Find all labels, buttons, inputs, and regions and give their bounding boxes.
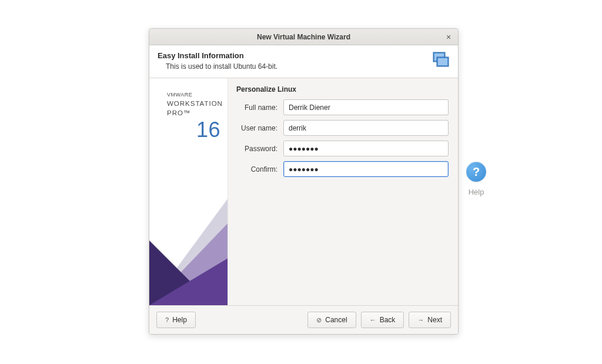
dialog-header: Easy Install Information This is used to… xyxy=(149,45,458,78)
password-row: Password: xyxy=(236,141,449,156)
vm-monitors-icon xyxy=(431,51,450,70)
full-name-row: Full name: xyxy=(236,99,449,115)
new-vm-wizard-dialog: New Virtual Machine Wizard × Easy Instal… xyxy=(149,28,459,335)
confirm-input[interactable] xyxy=(283,161,449,177)
full-name-input[interactable] xyxy=(283,99,449,115)
arrow-left-icon: ← xyxy=(370,317,376,323)
wizard-brand-sidebar: VMWARE WORKSTATION PRO™ 16 xyxy=(149,78,228,305)
dialog-body: VMWARE WORKSTATION PRO™ 16 Personalize L… xyxy=(149,78,458,305)
back-button[interactable]: ← Back xyxy=(361,312,404,328)
footer-nav-buttons: ⊘ Cancel ← Back → Next xyxy=(307,312,451,328)
user-name-input[interactable] xyxy=(283,120,449,136)
personalize-form: Personalize Linux Full name: User name: … xyxy=(228,78,458,305)
vmware-workstation-logo: VMWARE WORKSTATION PRO™ 16 xyxy=(149,78,228,145)
confirm-row: Confirm: xyxy=(236,161,449,177)
desktop-help-label: Help xyxy=(469,188,484,196)
dialog-title: New Virtual Machine Wizard xyxy=(257,33,350,41)
form-section-title: Personalize Linux xyxy=(236,85,449,93)
dialog-titlebar[interactable]: New Virtual Machine Wizard × xyxy=(149,29,458,45)
help-icon: ? xyxy=(466,162,486,182)
next-button[interactable]: → Next xyxy=(409,312,451,328)
cancel-icon: ⊘ xyxy=(316,317,322,323)
full-name-label: Full name: xyxy=(236,103,283,112)
password-label: Password: xyxy=(236,145,283,153)
brand-triangles-art xyxy=(149,164,228,305)
header-subtitle: This is used to install Ubuntu 64-bit. xyxy=(166,62,431,71)
arrow-right-icon: → xyxy=(417,317,424,323)
header-title: Easy Install Information xyxy=(158,51,431,60)
confirm-label: Confirm: xyxy=(236,165,283,173)
question-icon: ? xyxy=(165,317,169,323)
svg-rect-3 xyxy=(438,58,447,65)
dialog-footer: ? Help ⊘ Cancel ← Back → Next xyxy=(149,305,458,334)
help-button[interactable]: ? Help xyxy=(156,312,196,328)
close-icon[interactable]: × xyxy=(444,32,453,42)
desktop-help-launcher[interactable]: ? Help xyxy=(466,162,486,196)
password-input[interactable] xyxy=(283,141,449,156)
user-name-label: User name: xyxy=(236,124,283,132)
cancel-button[interactable]: ⊘ Cancel xyxy=(307,312,356,328)
dialog-header-text: Easy Install Information This is used to… xyxy=(158,51,431,71)
user-name-row: User name: xyxy=(236,120,449,136)
